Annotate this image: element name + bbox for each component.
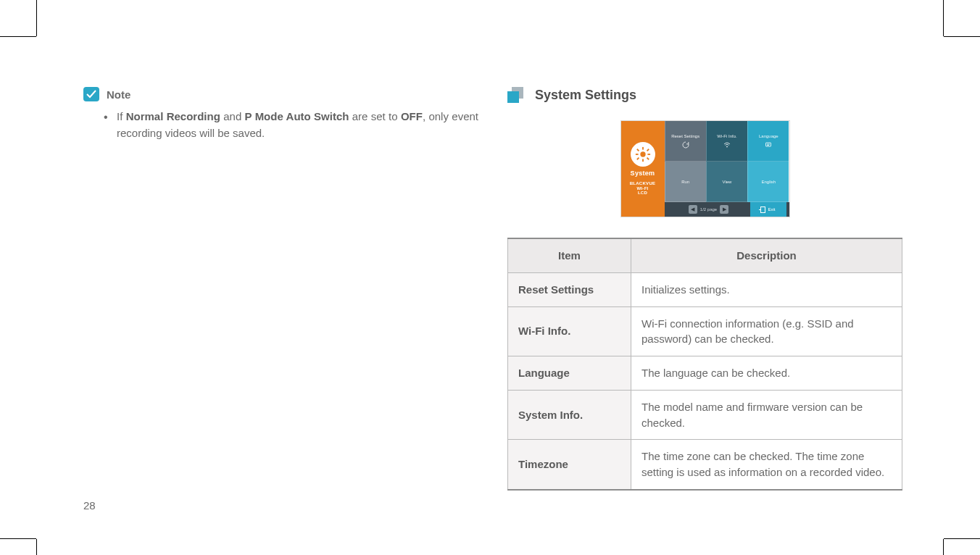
- table-row: Reset Settings Initializes settings.: [508, 272, 902, 306]
- table-row: Language The language can be checked.: [508, 356, 902, 391]
- device-main: Reset Settings Wi-Fi Info. Language: [665, 121, 789, 217]
- col-item: Item: [508, 238, 631, 272]
- col-description: Description: [631, 238, 902, 272]
- tile-view[interactable]: View: [706, 162, 747, 202]
- note-text: are set to: [349, 110, 401, 122]
- device-frame: System BLACKVUE WI-FI LCD Reset Settings…: [620, 120, 790, 217]
- row-item: Timezone: [508, 440, 631, 490]
- note-bold: OFF: [401, 110, 423, 122]
- tile-reset-settings[interactable]: Reset Settings: [665, 121, 706, 162]
- device-nav-bar: ◀ 1/2 page ▶ Exit: [665, 202, 789, 217]
- crop-mark: [0, 36, 36, 37]
- crop-mark: [36, 539, 37, 555]
- svg-rect-7: [636, 157, 639, 160]
- device-brand: BLACKVUE WI-FI LCD: [630, 181, 656, 196]
- svg-rect-2: [642, 159, 644, 162]
- note-label: Note: [107, 88, 130, 101]
- device-sidebar: System BLACKVUE WI-FI LCD: [621, 121, 665, 217]
- pager: ◀ 1/2 page ▶: [668, 205, 750, 214]
- pager-label: 1/2 page: [700, 207, 717, 212]
- svg-rect-6: [646, 157, 649, 160]
- section-title: System Settings: [535, 88, 636, 103]
- tile-language[interactable]: Language: [747, 121, 789, 162]
- svg-rect-1: [642, 147, 644, 150]
- device-side-label: System: [631, 170, 655, 177]
- tile-label: View: [723, 180, 732, 184]
- tile-label: Language: [759, 134, 778, 138]
- language-icon: [765, 141, 772, 149]
- note-list: If Normal Recording and P Mode Auto Swit…: [104, 109, 478, 141]
- row-desc: Wi-Fi connection information (e.g. SSID …: [631, 306, 902, 356]
- left-column: Note If Normal Recording and P Mode Auto…: [83, 87, 478, 507]
- tile-label: English: [761, 180, 776, 184]
- settings-table: Item Description Reset Settings Initiali…: [507, 238, 902, 491]
- table-row: Wi-Fi Info. Wi-Fi connection information…: [508, 306, 902, 356]
- row-item: Wi-Fi Info.: [508, 306, 631, 356]
- row-desc: The time zone can be checked. The time z…: [631, 440, 902, 490]
- svg-rect-3: [635, 154, 638, 155]
- note-text: If: [117, 110, 126, 122]
- svg-point-0: [640, 151, 645, 157]
- svg-rect-4: [647, 154, 650, 155]
- crop-mark: [0, 538, 36, 539]
- gear-icon: [631, 142, 655, 167]
- table-row: Timezone The time zone can be checked. T…: [508, 440, 902, 490]
- right-column: System Settings System BLACKVUE WI-FI LC…: [507, 87, 902, 507]
- next-arrow-icon[interactable]: ▶: [720, 205, 728, 214]
- crop-mark: [944, 36, 980, 37]
- svg-point-9: [726, 146, 727, 146]
- exit-button[interactable]: Exit: [750, 202, 786, 217]
- crop-mark: [943, 539, 944, 555]
- row-desc: The model name and firmware version can …: [631, 390, 902, 440]
- wifi-icon: [723, 141, 731, 149]
- tile-wifi-info[interactable]: Wi-Fi Info.: [706, 121, 747, 162]
- crop-mark: [943, 0, 944, 36]
- crop-mark: [944, 538, 980, 539]
- note-text: and: [220, 110, 245, 122]
- tile-run[interactable]: Run: [665, 162, 706, 202]
- exit-icon: [760, 206, 765, 213]
- section-heading: System Settings: [507, 87, 902, 103]
- row-desc: Initializes settings.: [631, 272, 902, 306]
- tile-label: Run: [681, 180, 689, 184]
- tile-label: Reset Settings: [671, 134, 699, 138]
- svg-rect-5: [636, 149, 639, 151]
- tile-english[interactable]: English: [747, 162, 789, 202]
- row-item: Reset Settings: [508, 272, 631, 306]
- check-icon: [83, 87, 99, 101]
- device-screenshot: System BLACKVUE WI-FI LCD Reset Settings…: [507, 120, 902, 217]
- section-icon: [507, 87, 525, 103]
- note-item: If Normal Recording and P Mode Auto Swit…: [104, 109, 478, 141]
- page-number: 28: [83, 499, 96, 512]
- table-row: System Info. The model name and firmware…: [508, 390, 902, 440]
- tile-label: Wi-Fi Info.: [717, 134, 736, 138]
- note-bold: Normal Recording: [126, 110, 220, 122]
- prev-arrow-icon[interactable]: ◀: [689, 205, 697, 214]
- device-grid: Reset Settings Wi-Fi Info. Language: [665, 121, 789, 202]
- row-item: Language: [508, 356, 631, 391]
- crop-mark: [36, 0, 37, 36]
- exit-label: Exit: [768, 207, 775, 212]
- svg-rect-8: [646, 149, 649, 151]
- row-item: System Info.: [508, 390, 631, 440]
- refresh-icon: [682, 141, 689, 149]
- table-header-row: Item Description: [508, 238, 902, 272]
- row-desc: The language can be checked.: [631, 356, 902, 391]
- note-bold: P Mode Auto Switch: [245, 110, 349, 122]
- note-heading: Note: [83, 87, 478, 101]
